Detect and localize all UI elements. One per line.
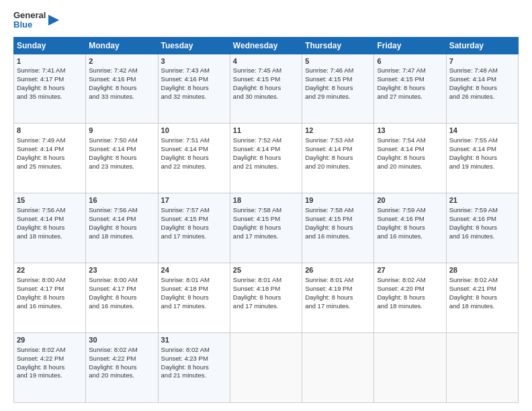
day-info-line: Sunset: 4:15 PM [161, 215, 227, 224]
calendar-cell: 16Sunrise: 7:56 AMSunset: 4:14 PMDayligh… [86, 193, 158, 263]
calendar-cell: 5Sunrise: 7:46 AMSunset: 4:15 PMDaylight… [302, 54, 374, 124]
day-info-line: and 21 minutes. [233, 163, 299, 171]
day-info-line: Sunrise: 7:58 AM [305, 206, 371, 215]
day-info-line: Daylight: 8 hours [233, 154, 299, 163]
calendar-cell: 13Sunrise: 7:54 AMSunset: 4:14 PMDayligh… [374, 124, 446, 193]
calendar-cell [374, 333, 446, 403]
day-info-line: Daylight: 8 hours [89, 154, 154, 163]
day-info-line: Daylight: 8 hours [377, 154, 443, 163]
calendar-day-header: Monday [86, 37, 158, 54]
day-info-line: Sunrise: 7:52 AM [233, 136, 299, 145]
logo: General Blue [13, 11, 60, 30]
calendar-cell: 3Sunrise: 7:43 AMSunset: 4:16 PMDaylight… [158, 54, 230, 124]
day-info-line: and 16 minutes. [377, 232, 443, 241]
calendar-day-header: Thursday [302, 37, 374, 54]
day-info-line: Sunset: 4:22 PM [17, 355, 83, 363]
day-number: 27 [377, 265, 443, 275]
day-number: 14 [449, 126, 515, 136]
day-info-line: Daylight: 8 hours [161, 154, 227, 163]
calendar-cell: 14Sunrise: 7:55 AMSunset: 4:14 PMDayligh… [446, 124, 518, 193]
day-info-line: Sunset: 4:14 PM [233, 145, 299, 154]
day-info-line: and 16 minutes. [449, 232, 515, 241]
calendar-week-row: 8Sunrise: 7:49 AMSunset: 4:14 PMDaylight… [14, 124, 519, 193]
day-info-line: Daylight: 8 hours [305, 154, 371, 163]
day-info-line: Daylight: 8 hours [233, 293, 299, 302]
day-info-line: and 20 minutes. [377, 163, 443, 171]
day-info-line: Sunrise: 7:57 AM [161, 206, 227, 215]
day-info-line: and 29 minutes. [305, 93, 371, 101]
calendar-cell: 29Sunrise: 8:02 AMSunset: 4:22 PMDayligh… [14, 333, 86, 403]
day-info-line: Daylight: 8 hours [377, 224, 443, 232]
day-number: 5 [305, 56, 371, 66]
calendar-header-row: SundayMondayTuesdayWednesdayThursdayFrid… [14, 37, 519, 54]
day-info-line: and 30 minutes. [233, 93, 299, 101]
day-info-line: Daylight: 8 hours [89, 293, 154, 302]
day-info-line: Sunset: 4:14 PM [17, 215, 83, 224]
day-info-line: Sunrise: 7:54 AM [377, 136, 443, 145]
day-info-line: Sunset: 4:14 PM [161, 145, 227, 154]
day-info-line: Sunrise: 7:53 AM [305, 136, 371, 145]
day-info-line: Sunset: 4:14 PM [17, 145, 83, 154]
day-number: 12 [305, 126, 371, 136]
day-info-line: Daylight: 8 hours [449, 84, 515, 93]
day-info-line: Sunset: 4:20 PM [377, 285, 443, 293]
day-number: 18 [233, 195, 299, 205]
day-info-line: Sunset: 4:17 PM [17, 75, 83, 84]
day-number: 16 [89, 195, 154, 205]
day-info-line: Sunrise: 8:02 AM [89, 346, 154, 355]
logo-general: General [13, 11, 46, 20]
calendar-cell: 17Sunrise: 7:57 AMSunset: 4:15 PMDayligh… [158, 193, 230, 263]
day-info-line: Sunset: 4:18 PM [233, 285, 299, 293]
day-number: 13 [377, 126, 443, 136]
day-info-line: and 26 minutes. [449, 93, 515, 101]
day-info-line: Sunset: 4:14 PM [449, 145, 515, 154]
calendar-cell: 8Sunrise: 7:49 AMSunset: 4:14 PMDaylight… [14, 124, 86, 193]
day-info-line: Sunset: 4:14 PM [89, 145, 154, 154]
day-info-line: Sunrise: 7:46 AM [305, 66, 371, 75]
calendar-cell: 19Sunrise: 7:58 AMSunset: 4:15 PMDayligh… [302, 193, 374, 263]
day-info-line: Sunset: 4:14 PM [305, 145, 371, 154]
day-info-line: Sunrise: 7:47 AM [377, 66, 443, 75]
day-info-line: Sunset: 4:16 PM [377, 215, 443, 224]
day-info-line: and 27 minutes. [377, 93, 443, 101]
calendar-table: SundayMondayTuesdayWednesdayThursdayFrid… [13, 37, 519, 403]
day-info-line: Daylight: 8 hours [161, 363, 227, 372]
calendar-cell: 4Sunrise: 7:45 AMSunset: 4:15 PMDaylight… [230, 54, 302, 124]
day-info-line: Daylight: 8 hours [233, 224, 299, 232]
calendar-cell: 6Sunrise: 7:47 AMSunset: 4:15 PMDaylight… [374, 54, 446, 124]
day-info-line: and 32 minutes. [161, 93, 227, 101]
calendar-cell: 26Sunrise: 8:01 AMSunset: 4:19 PMDayligh… [302, 263, 374, 333]
day-info-line: Daylight: 8 hours [161, 224, 227, 232]
day-number: 17 [161, 195, 227, 205]
day-info-line: and 23 minutes. [89, 163, 154, 171]
day-number: 20 [377, 195, 443, 205]
page: General Blue SundayMondayTuesdayWednesda… [0, 0, 532, 411]
calendar-cell: 27Sunrise: 8:02 AMSunset: 4:20 PMDayligh… [374, 263, 446, 333]
day-info-line: Sunrise: 7:55 AM [449, 136, 515, 145]
calendar-cell: 24Sunrise: 8:01 AMSunset: 4:18 PMDayligh… [158, 263, 230, 333]
day-number: 8 [17, 126, 83, 136]
day-info-line: Sunset: 4:14 PM [377, 145, 443, 154]
calendar-cell: 11Sunrise: 7:52 AMSunset: 4:14 PMDayligh… [230, 124, 302, 193]
day-info-line: Sunrise: 8:01 AM [161, 276, 227, 285]
day-info-line: and 18 minutes. [89, 232, 154, 241]
calendar-week-row: 15Sunrise: 7:56 AMSunset: 4:14 PMDayligh… [14, 193, 519, 263]
day-info-line: Sunrise: 7:50 AM [89, 136, 154, 145]
day-info-line: Sunset: 4:14 PM [89, 215, 154, 224]
day-number: 19 [305, 195, 371, 205]
day-info-line: Daylight: 8 hours [89, 84, 154, 93]
day-info-line: Daylight: 8 hours [377, 293, 443, 302]
calendar-week-row: 29Sunrise: 8:02 AMSunset: 4:22 PMDayligh… [14, 333, 519, 403]
calendar-body: 1Sunrise: 7:41 AMSunset: 4:17 PMDaylight… [14, 54, 519, 402]
day-info-line: Sunrise: 7:56 AM [17, 206, 83, 215]
day-number: 1 [17, 56, 83, 66]
day-number: 29 [17, 335, 83, 345]
day-info-line: and 17 minutes. [233, 302, 299, 311]
day-info-line: and 18 minutes. [17, 232, 83, 241]
day-info-line: Sunrise: 8:02 AM [449, 276, 515, 285]
day-number: 2 [89, 56, 154, 66]
day-info-line: Sunset: 4:16 PM [449, 215, 515, 224]
calendar-cell [230, 333, 302, 403]
day-info-line: and 18 minutes. [449, 302, 515, 311]
day-info-line: Daylight: 8 hours [305, 224, 371, 232]
